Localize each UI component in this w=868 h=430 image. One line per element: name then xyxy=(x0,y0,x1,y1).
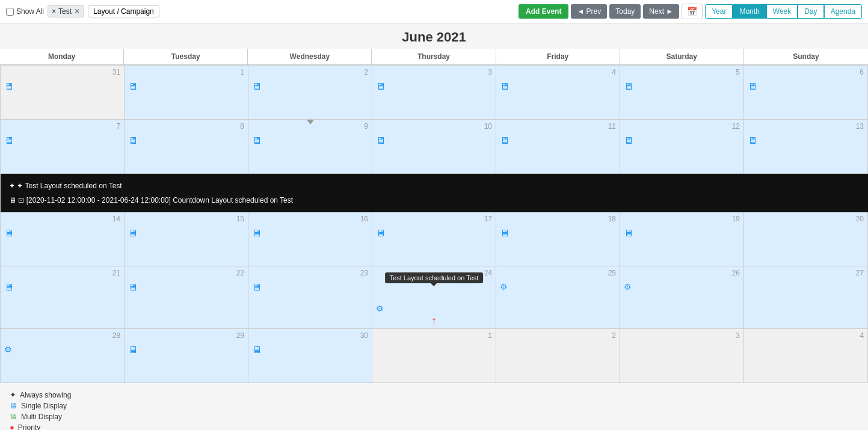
date-jun22: 22 xyxy=(126,268,247,278)
monitor-icon: 🖥 xyxy=(4,81,14,92)
header-friday: Friday xyxy=(496,49,620,64)
gear-icon: ⚙ xyxy=(500,282,508,292)
cell-may31[interactable]: 31 🖥 xyxy=(1,66,125,120)
gear-icon: ⚙ xyxy=(4,345,12,354)
date-jun19: 19 xyxy=(621,213,742,224)
cell-jun29[interactable]: 29 🖥 xyxy=(125,329,248,383)
monitor-icon: 🖥 xyxy=(624,228,633,239)
cell-jun27[interactable]: 27 xyxy=(744,266,868,329)
legend-always: ✦ Always showing xyxy=(10,390,858,399)
calendar-container: Monday Tuesday Wednesday Thursday Friday… xyxy=(0,49,868,383)
cell-jun15[interactable]: 15 🖥 xyxy=(125,212,248,266)
view-tabs: Year Month Week Day Agenda xyxy=(705,4,862,19)
show-all-checkbox[interactable]: Show All xyxy=(6,7,44,16)
layout-dropdown[interactable]: Layout / Campaign xyxy=(88,5,159,17)
cell-jun11[interactable]: 11 🖥 xyxy=(496,120,620,174)
tab-agenda[interactable]: Agenda xyxy=(824,4,862,19)
cell-jun14[interactable]: 14 🖥 xyxy=(1,212,125,266)
cell-jun25[interactable]: 25 ⚙ xyxy=(496,266,620,329)
cell-jul4[interactable]: 4 xyxy=(744,329,868,383)
cell-jun6[interactable]: 6 🖥 xyxy=(744,66,868,120)
monitor-icon: 🖥 xyxy=(500,135,509,146)
banner-monitor-icon: 🖥 xyxy=(9,196,16,204)
cell-jun25-icon: ⚙ xyxy=(497,281,618,293)
cell-jun5[interactable]: 5 🖥 xyxy=(620,66,744,120)
cell-jun17[interactable]: 17 🖥 xyxy=(372,212,496,266)
banner-line1-text: ✦ Test Layout scheduled on Test xyxy=(17,182,122,190)
calendar-grid: 31 🖥 1 🖥 2 🖥 3 🖥 4 🖥 5 🖥 6 🖥 7 xyxy=(0,65,868,383)
cell-jun20[interactable]: 20 xyxy=(744,212,868,266)
banner-line-2: 🖥 ⊡ [2020-11-02 12:00:00 - 2021-06-24 12… xyxy=(9,193,860,207)
calendar-title: June 2021 xyxy=(0,23,868,49)
date-jun3: 3 xyxy=(374,67,494,78)
cell-jul2[interactable]: 2 xyxy=(496,329,620,383)
monitor-icon: 🖥 xyxy=(624,135,633,146)
header-thursday: Thursday xyxy=(372,49,496,64)
filter-tag-remove[interactable]: ✕ xyxy=(74,7,80,16)
date-may31: 31 xyxy=(2,67,123,78)
cell-jun30[interactable]: 30 🖥 xyxy=(248,329,372,383)
cell-jun2[interactable]: 2 🖥 xyxy=(248,66,372,120)
legend-multi-display: 🖥 Multi Display xyxy=(10,412,858,421)
cell-jun18[interactable]: 18 🖥 xyxy=(496,212,620,266)
monitor-icon: 🖥 xyxy=(128,81,138,92)
monitor-icon: 🖥 xyxy=(4,282,14,293)
calendar-icon-button[interactable]: 📅 xyxy=(682,4,703,19)
cell-jul1[interactable]: 1 xyxy=(372,329,496,383)
cell-jun9[interactable]: 9 🖥 xyxy=(248,120,372,174)
event-banner: ✦ ✦ Test Layout scheduled on Test 🖥 ⊡ [2… xyxy=(1,174,868,212)
date-jun26: 26 xyxy=(621,268,742,278)
cell-jun13[interactable]: 13 🖥 xyxy=(744,120,868,174)
cell-jun24[interactable]: 24 Test Layout scheduled on Test ⚙ ↑ xyxy=(372,266,496,329)
cell-jun7[interactable]: 7 🖥 xyxy=(1,120,125,174)
cell-jun22-icon: 🖥 xyxy=(126,281,247,294)
filter-tag-text: Test xyxy=(58,7,72,16)
date-jun17: 17 xyxy=(374,213,494,224)
cell-jun8[interactable]: 8 🖥 xyxy=(125,120,248,174)
cell-jun12-icon: 🖥 xyxy=(621,134,742,147)
legend: ✦ Always showing 🖥 Single Display 🖥 Mult… xyxy=(0,383,868,430)
day-headers: Monday Tuesday Wednesday Thursday Friday… xyxy=(0,49,868,65)
cell-jun26[interactable]: 26 ⚙ xyxy=(620,266,744,329)
cell-jun1[interactable]: 1 🖥 xyxy=(125,66,248,120)
today-button[interactable]: Today xyxy=(609,4,641,19)
header-wednesday: Wednesday xyxy=(248,49,372,64)
cell-jun19[interactable]: 19 🖥 xyxy=(620,212,744,266)
cell-jun12[interactable]: 12 🖥 xyxy=(620,120,744,174)
cell-jul3[interactable]: 3 xyxy=(620,329,744,383)
date-jun4: 4 xyxy=(497,67,618,78)
filter-tag[interactable]: × Test ✕ xyxy=(48,5,84,17)
date-jun27: 27 xyxy=(745,268,866,278)
cell-jun28[interactable]: 28 ⚙ xyxy=(1,329,125,383)
cell-jun22[interactable]: 22 🖥 xyxy=(125,266,248,329)
cell-jun4[interactable]: 4 🖥 xyxy=(496,66,620,120)
cell-jun26-icon: ⚙ xyxy=(621,281,742,293)
monitor-icon: 🖥 xyxy=(252,345,262,355)
date-jun15: 15 xyxy=(126,213,247,224)
date-jul4: 4 xyxy=(745,330,866,341)
date-jun30: 30 xyxy=(250,330,371,341)
cell-jun10[interactable]: 10 🖥 xyxy=(372,120,496,174)
cell-jun16[interactable]: 16 🖥 xyxy=(248,212,372,266)
tab-year[interactable]: Year xyxy=(705,4,733,19)
cell-jun3[interactable]: 3 🖥 xyxy=(372,66,496,120)
prev-button[interactable]: ◄ Prev xyxy=(571,4,607,19)
date-jun2: 2 xyxy=(250,67,371,78)
legend-always-label: Always showing xyxy=(20,391,71,399)
add-event-button[interactable]: Add Event xyxy=(519,4,568,19)
date-jun18: 18 xyxy=(497,213,618,224)
tooltip-text: Test Layout scheduled on Test xyxy=(390,274,479,281)
tab-month[interactable]: Month xyxy=(733,4,766,19)
cell-jun16-icon: 🖥 xyxy=(250,227,371,240)
legend-single-display-label: Single Display xyxy=(21,402,67,410)
cell-jun3-icon: 🖥 xyxy=(374,80,494,93)
cell-jun23[interactable]: 23 🖥 xyxy=(248,266,372,329)
tab-day[interactable]: Day xyxy=(798,4,823,19)
cell-jun8-icon: 🖥 xyxy=(126,134,247,147)
cell-jun21[interactable]: 21 🖥 xyxy=(1,266,125,329)
next-button[interactable]: Next ► xyxy=(643,4,679,19)
single-display-icon: 🖥 xyxy=(10,401,17,410)
cell-jun24-icon: ⚙ xyxy=(374,303,494,315)
cell-jun1-icon: 🖥 xyxy=(126,80,247,93)
tab-week[interactable]: Week xyxy=(766,4,798,19)
